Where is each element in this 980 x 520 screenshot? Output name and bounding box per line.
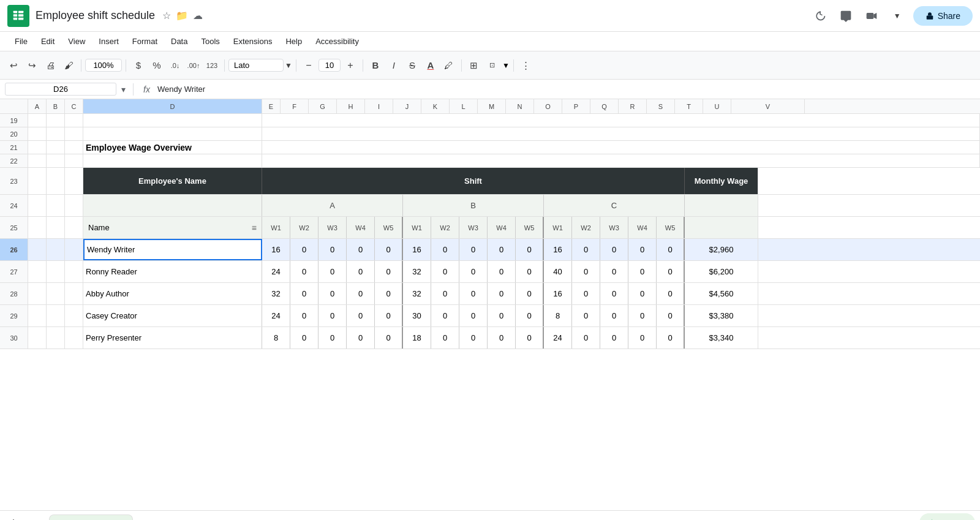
- wendy-a-w5[interactable]: 0: [375, 239, 403, 260]
- cell-reference[interactable]: D26: [5, 83, 116, 96]
- col-header-p[interactable]: P: [562, 99, 590, 113]
- cell-c25[interactable]: [65, 217, 83, 238]
- casey-b-w4[interactable]: 0: [488, 305, 516, 326]
- ronny-a-w1[interactable]: 24: [262, 261, 290, 282]
- cell-b28[interactable]: [47, 283, 65, 304]
- cell-b29[interactable]: [47, 305, 65, 326]
- cell-c24[interactable]: [65, 195, 83, 216]
- cell-c27[interactable]: [65, 261, 83, 282]
- abby-a-w3[interactable]: 0: [318, 283, 347, 304]
- abby-c-w1[interactable]: 16: [544, 283, 572, 304]
- cell-rest20[interactable]: [262, 127, 980, 140]
- cell-c28[interactable]: [65, 283, 83, 304]
- perry-b-w5[interactable]: 0: [516, 327, 544, 349]
- casey-c-w1[interactable]: 8: [544, 305, 572, 326]
- wendy-b-w4[interactable]: 0: [488, 239, 516, 260]
- cell-b26[interactable]: [47, 239, 65, 260]
- perry-a-w3[interactable]: 0: [318, 327, 347, 349]
- col-header-a[interactable]: A: [28, 99, 47, 113]
- font-size-input[interactable]: 10: [318, 59, 341, 72]
- row-num-26[interactable]: 26: [0, 239, 28, 260]
- row-num-24[interactable]: 24: [0, 195, 28, 216]
- ronny-a-w3[interactable]: 0: [318, 261, 347, 282]
- tab-week3-shifts[interactable]: Week 3 Shifts ▼: [307, 514, 386, 521]
- col-header-m[interactable]: M: [478, 99, 506, 113]
- tab-week2-shifts[interactable]: Week 2 Shifts ▼: [222, 514, 302, 521]
- col-header-n[interactable]: N: [506, 99, 534, 113]
- casey-c-w2[interactable]: 0: [572, 305, 600, 326]
- prev-sheet-button[interactable]: ‹: [464, 516, 478, 521]
- more-formats-button[interactable]: 123: [203, 57, 221, 74]
- col-header-j[interactable]: J: [393, 99, 421, 113]
- casey-c-w5[interactable]: 0: [657, 305, 685, 326]
- cell-a27[interactable]: [28, 261, 47, 282]
- cell-a21[interactable]: [28, 141, 47, 154]
- add-sheet-button[interactable]: +: [5, 514, 22, 521]
- casey-a-w1[interactable]: 24: [262, 305, 290, 326]
- abby-b-w2[interactable]: 0: [431, 283, 459, 304]
- cell-d21[interactable]: Employee Wage Overview: [83, 141, 262, 154]
- cell-a30[interactable]: [28, 327, 47, 349]
- cell-c19[interactable]: [65, 114, 83, 127]
- cell-b19[interactable]: [47, 114, 65, 127]
- col-header-t[interactable]: T: [675, 99, 703, 113]
- cell-c29[interactable]: [65, 305, 83, 326]
- perry-b-w1[interactable]: 18: [403, 327, 431, 349]
- cell-b27[interactable]: [47, 261, 65, 282]
- perry-c-w5[interactable]: 0: [657, 327, 685, 349]
- cell-d26-wendy[interactable]: Wendy Writer: [83, 239, 262, 260]
- cell-b23[interactable]: [47, 168, 65, 194]
- cell-d28[interactable]: Abby Author: [83, 283, 262, 304]
- text-color-button[interactable]: A: [422, 57, 439, 74]
- wendy-a-w3[interactable]: 0: [318, 239, 347, 260]
- casey-a-w5[interactable]: 0: [375, 305, 403, 326]
- perry-a-w2[interactable]: 0: [290, 327, 318, 349]
- increase-font-button[interactable]: +: [342, 57, 359, 74]
- cell-a23[interactable]: [28, 168, 47, 194]
- ronny-c-w3[interactable]: 0: [600, 261, 628, 282]
- cell-d27[interactable]: Ronny Reader: [83, 261, 262, 282]
- abby-a-w2[interactable]: 0: [290, 283, 318, 304]
- casey-c-w3[interactable]: 0: [600, 305, 628, 326]
- cell-d29[interactable]: Casey Creator: [83, 305, 262, 326]
- wendy-a-w2[interactable]: 0: [290, 239, 318, 260]
- menu-insert[interactable]: Insert: [92, 34, 125, 48]
- cell-a24[interactable]: [28, 195, 47, 216]
- menu-accessibility[interactable]: Accessibility: [309, 34, 365, 48]
- menu-edit[interactable]: Edit: [35, 34, 61, 48]
- explore-button[interactable]: ✦ Explore: [919, 513, 975, 520]
- casey-a-w2[interactable]: 0: [290, 305, 318, 326]
- history-icon[interactable]: [810, 6, 830, 26]
- cell-rest21[interactable]: [262, 141, 980, 154]
- ronny-b-w2[interactable]: 0: [431, 261, 459, 282]
- wendy-wage[interactable]: $2,960: [685, 239, 758, 260]
- cell-b25[interactable]: [47, 217, 65, 238]
- perry-wage[interactable]: $3,340: [685, 327, 758, 349]
- next-sheet-button[interactable]: ›: [481, 516, 496, 521]
- casey-b-w3[interactable]: 0: [459, 305, 488, 326]
- casey-b-w1[interactable]: 30: [403, 305, 431, 326]
- row-num-23[interactable]: 23: [0, 168, 28, 194]
- print-button[interactable]: 🖨: [42, 57, 59, 74]
- perry-b-w3[interactable]: 0: [459, 327, 488, 349]
- row-num-29[interactable]: 29: [0, 305, 28, 326]
- wendy-b-w2[interactable]: 0: [431, 239, 459, 260]
- perry-c-w3[interactable]: 0: [600, 327, 628, 349]
- abby-a-w5[interactable]: 0: [375, 283, 403, 304]
- cell-b21[interactable]: [47, 141, 65, 154]
- ronny-wage[interactable]: $6,200: [685, 261, 758, 282]
- col-header-c[interactable]: C: [65, 99, 83, 113]
- ronny-a-w5[interactable]: 0: [375, 261, 403, 282]
- cell-b30[interactable]: [47, 327, 65, 349]
- share-button[interactable]: Share: [913, 6, 973, 26]
- wendy-c-w1[interactable]: 16: [544, 239, 572, 260]
- ronny-c-w4[interactable]: 0: [628, 261, 657, 282]
- wendy-c-w4[interactable]: 0: [628, 239, 657, 260]
- cell-c26[interactable]: [65, 239, 83, 260]
- tab-may-overview[interactable]: May Overview ▼: [49, 514, 133, 521]
- font-dropdown-arrow[interactable]: ▼: [285, 61, 292, 70]
- cell-a25[interactable]: [28, 217, 47, 238]
- col-header-s[interactable]: S: [647, 99, 675, 113]
- casey-a-w4[interactable]: 0: [347, 305, 375, 326]
- meet-icon[interactable]: [862, 6, 881, 26]
